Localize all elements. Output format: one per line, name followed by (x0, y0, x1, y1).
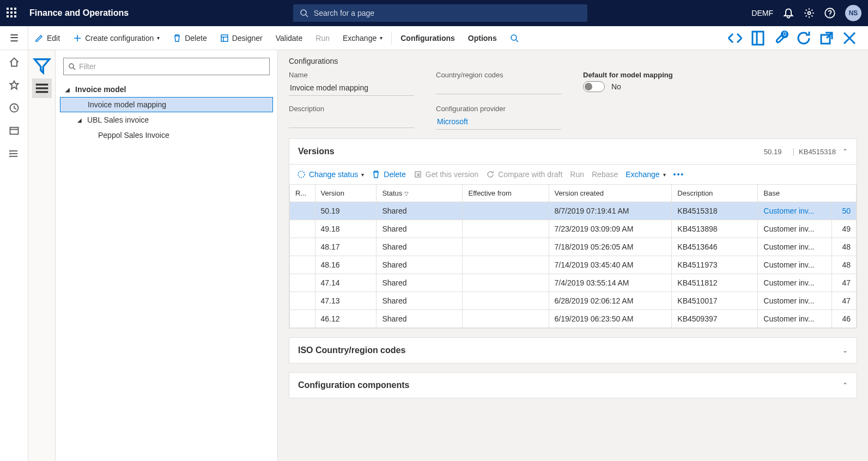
col-description[interactable]: Description (672, 185, 758, 202)
cell-base[interactable]: Customer inv... (758, 274, 831, 292)
versions-exchange-button[interactable]: Exchange ▾ (626, 170, 665, 179)
cell-status[interactable]: Shared (377, 220, 463, 238)
cell-status[interactable]: Shared (377, 202, 463, 220)
cell-created[interactable]: 6/19/2019 06:23:50 AM (549, 310, 672, 328)
cell-r[interactable] (290, 256, 315, 274)
table-row[interactable]: 49.18Shared7/23/2019 03:09:09 AMKB451389… (290, 220, 857, 238)
cell-created[interactable]: 7/18/2019 05:26:05 AM (549, 238, 672, 256)
cell-base[interactable]: Customer inv... (758, 220, 831, 238)
provider-value[interactable]: Microsoft (436, 115, 561, 130)
iso-header[interactable]: ISO Country/region codes ⌄ (289, 338, 857, 363)
table-row[interactable]: 46.12Shared6/19/2019 06:23:50 AMKB450939… (290, 310, 857, 328)
cell-r[interactable] (290, 274, 315, 292)
page-search-button[interactable] (503, 26, 525, 50)
global-search[interactable]: Search for a page (293, 4, 587, 22)
cell-base[interactable]: Customer inv... (758, 256, 831, 274)
refresh-icon[interactable] (795, 29, 812, 47)
cell-effective[interactable] (463, 292, 549, 310)
cell-status[interactable]: Shared (377, 274, 463, 292)
favorites-icon[interactable] (9, 80, 20, 90)
cell-base[interactable]: Customer inv... (758, 202, 831, 220)
cell-description[interactable]: KB4510017 (672, 292, 758, 310)
cell-basenum[interactable]: 49 (831, 220, 856, 238)
change-status-button[interactable]: Change status ▾ (297, 170, 364, 179)
cell-description[interactable]: KB4513646 (672, 238, 758, 256)
cell-effective[interactable] (463, 310, 549, 328)
cell-r[interactable] (290, 292, 315, 310)
cell-created[interactable]: 7/14/2019 03:45:40 AM (549, 256, 672, 274)
office-icon[interactable] (749, 29, 767, 47)
cell-description[interactable]: KB4511973 (672, 256, 758, 274)
help-icon[interactable] (824, 8, 835, 19)
feedback-icon[interactable] (726, 29, 744, 47)
cell-version[interactable]: 47.13 (315, 292, 377, 310)
tree-node-ubl-sales-invoice[interactable]: ◢ UBL Sales invoice (60, 112, 273, 128)
cell-base[interactable]: Customer inv... (758, 310, 831, 328)
col-version[interactable]: Version (315, 185, 377, 202)
cell-r[interactable] (290, 220, 315, 238)
tree-node-invoice-model-mapping[interactable]: Invoice model mapping (60, 97, 273, 112)
default-mapping-toggle[interactable] (583, 81, 605, 92)
list-view-icon[interactable] (32, 78, 52, 98)
cell-description[interactable]: KB4513898 (672, 220, 758, 238)
table-row[interactable]: 50.19Shared8/7/2019 07:19:41 AMKB4515318… (290, 202, 857, 220)
more-actions-icon[interactable]: ••• (673, 170, 685, 179)
col-r[interactable]: R... (290, 185, 315, 202)
cell-created[interactable]: 6/28/2019 02:06:12 AM (549, 292, 672, 310)
versions-header[interactable]: Versions 50.19 | KB4515318 ⌃ (289, 139, 857, 164)
cell-base[interactable]: Customer inv... (758, 238, 831, 256)
table-row[interactable]: 47.13Shared6/28/2019 02:06:12 AMKB451001… (290, 292, 857, 310)
cell-r[interactable] (290, 310, 315, 328)
cell-basenum[interactable]: 47 (831, 274, 856, 292)
workspaces-icon[interactable] (9, 125, 20, 136)
cell-version[interactable]: 48.16 (315, 256, 377, 274)
cell-description[interactable]: KB4509397 (672, 310, 758, 328)
tree-node-peppol-sales-invoice[interactable]: Peppol Sales Invoice (60, 128, 273, 143)
popout-icon[interactable] (818, 29, 835, 47)
table-row[interactable]: 47.14Shared7/4/2019 03:55:14 AMKB4511812… (290, 274, 857, 292)
recent-icon[interactable] (9, 102, 20, 113)
collapse-icon[interactable]: ◢ (65, 87, 72, 93)
cell-basenum[interactable]: 46 (831, 310, 856, 328)
cell-version[interactable]: 48.17 (315, 238, 377, 256)
notifications-icon[interactable] (783, 8, 794, 19)
cell-base[interactable]: Customer inv... (758, 292, 831, 310)
delete-button[interactable]: Delete (166, 26, 213, 50)
cell-r[interactable] (290, 202, 315, 220)
create-configuration-button[interactable]: Create configuration ▾ (66, 26, 166, 50)
edit-button[interactable]: Edit (28, 26, 66, 50)
designer-button[interactable]: Designer (214, 26, 269, 50)
cell-effective[interactable] (463, 220, 549, 238)
cell-effective[interactable] (463, 256, 549, 274)
col-status[interactable]: Status▽ (377, 185, 463, 202)
cell-version[interactable]: 47.14 (315, 274, 377, 292)
app-launcher-icon[interactable] (7, 8, 17, 19)
tree-filter-input[interactable]: Filter (63, 58, 270, 75)
cell-basenum[interactable]: 47 (831, 292, 856, 310)
cell-version[interactable]: 46.12 (315, 310, 377, 328)
table-row[interactable]: 48.17Shared7/18/2019 05:26:05 AMKB451364… (290, 238, 857, 256)
cell-effective[interactable] (463, 202, 549, 220)
company-code[interactable]: DEMF (751, 8, 773, 19)
cell-basenum[interactable]: 48 (831, 238, 856, 256)
cell-description[interactable]: KB4515318 (672, 202, 758, 220)
cell-effective[interactable] (463, 274, 549, 292)
cell-basenum[interactable]: 48 (831, 256, 856, 274)
user-avatar[interactable]: NS (845, 5, 861, 21)
cell-status[interactable]: Shared (377, 310, 463, 328)
cell-status[interactable]: Shared (377, 238, 463, 256)
description-value[interactable] (289, 115, 414, 128)
cell-version[interactable]: 49.18 (315, 220, 377, 238)
home-icon[interactable] (9, 57, 20, 68)
cell-description[interactable]: KB4511812 (672, 274, 758, 292)
name-value[interactable]: Invoice model mapping (289, 81, 414, 96)
cell-created[interactable]: 7/23/2019 03:09:09 AM (549, 220, 672, 238)
table-row[interactable]: 48.16Shared7/14/2019 03:45:40 AMKB451197… (290, 256, 857, 274)
cell-status[interactable]: Shared (377, 292, 463, 310)
settings-icon[interactable] (804, 8, 815, 19)
modules-icon[interactable] (9, 148, 20, 159)
attachments-icon[interactable]: 0 (772, 29, 790, 47)
cell-effective[interactable] (463, 238, 549, 256)
col-base[interactable]: Base (758, 185, 857, 202)
country-value[interactable] (436, 81, 561, 94)
